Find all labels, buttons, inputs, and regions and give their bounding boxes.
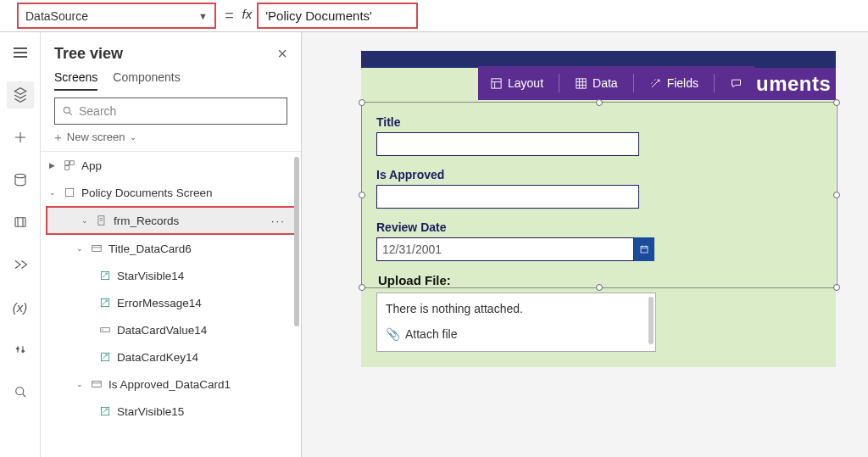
svg-rect-6 <box>65 161 70 165</box>
tree-view-icon[interactable] <box>7 81 34 109</box>
more-icon[interactable]: ··· <box>271 215 286 227</box>
tab-components[interactable]: Components <box>113 70 180 91</box>
variables-icon[interactable]: (x) <box>7 293 34 320</box>
attach-file-link[interactable]: 📎 Attach file <box>386 327 647 341</box>
collapse-icon[interactable]: ⌄ <box>76 380 85 388</box>
resize-handle[interactable] <box>359 192 365 198</box>
form-icon <box>95 214 108 227</box>
search-input[interactable]: Search <box>54 98 287 125</box>
tree-label: frm_Records <box>114 215 179 227</box>
attachment-empty-text: There is nothing attached. <box>386 302 647 315</box>
paperclip-icon: 📎 <box>386 327 400 341</box>
tree-body: ▶ App ⌄ Policy Documents Screen ⌄ frm_Re… <box>41 151 301 457</box>
tree-label: ErrorMessage14 <box>117 297 202 309</box>
input-icon <box>98 323 112 337</box>
tab-screens[interactable]: Screens <box>54 70 97 91</box>
expand-icon[interactable]: ▶ <box>49 161 58 170</box>
tree-item-screen[interactable]: ⌄ Policy Documents Screen <box>41 179 301 206</box>
resize-handle[interactable] <box>359 284 365 291</box>
close-icon[interactable]: × <box>277 44 287 64</box>
svg-rect-19 <box>576 78 586 87</box>
tree-view-panel: Tree view × Screens Components Search + … <box>41 32 302 457</box>
tree-item-approved-datacard[interactable]: ⌄ Is Approved_DataCard1 <box>41 371 301 398</box>
field-label-title: Title <box>376 115 821 129</box>
wand-icon <box>649 77 662 90</box>
approved-input[interactable] <box>376 185 639 209</box>
data-icon[interactable] <box>7 166 34 193</box>
collapse-icon[interactable]: ⌄ <box>76 244 85 253</box>
svg-rect-20 <box>641 247 648 254</box>
insert-icon[interactable] <box>7 124 34 151</box>
tree-label: StarVisible15 <box>117 405 184 418</box>
form-preview: Title Is Approved Review Date Upload Fil… <box>376 107 821 352</box>
tree-item-app[interactable]: ▶ App <box>41 152 301 179</box>
resize-handle[interactable] <box>833 284 840 291</box>
tree-item-frm-records[interactable]: ⌄ frm_Records ··· <box>46 206 296 235</box>
hamburger-icon[interactable] <box>7 39 34 66</box>
resize-handle[interactable] <box>596 99 603 106</box>
attachment-box[interactable]: There is nothing attached. 📎 Attach file <box>376 293 656 352</box>
equals-label: = <box>216 0 242 31</box>
svg-point-4 <box>15 387 23 395</box>
toolbar-data[interactable]: Data <box>575 76 618 90</box>
calendar-button[interactable] <box>634 237 654 261</box>
chat-icon <box>730 77 743 90</box>
form-property-toolbar: Layout Data Fields <box>478 66 754 100</box>
settings-icon[interactable] <box>7 336 34 363</box>
tree-label: Policy Documents Screen <box>81 187 213 199</box>
field-label-upload: Upload File: <box>378 273 821 287</box>
toolbar-data-label: Data <box>593 76 618 90</box>
title-input[interactable] <box>376 132 639 156</box>
tree-label: App <box>81 159 102 172</box>
svg-rect-7 <box>70 161 75 165</box>
new-screen-button[interactable]: + New screen ⌄ <box>41 125 301 151</box>
new-screen-label: New screen <box>67 131 125 143</box>
scrollbar[interactable] <box>648 297 654 344</box>
tree-item-title-datacard[interactable]: ⌄ Title_DataCard6 <box>41 235 301 262</box>
flows-icon[interactable] <box>7 251 34 278</box>
formula-bar: DataSource ▼ = fx 'Policy Documents' <box>0 0 868 32</box>
svg-rect-8 <box>65 166 70 170</box>
collapse-icon[interactable]: ⌄ <box>81 216 90 225</box>
review-date-input[interactable] <box>376 237 634 261</box>
tree-label: Is Approved_DataCard1 <box>108 378 231 391</box>
app-icon <box>63 159 76 172</box>
tree-item-starvisible14[interactable]: StarVisible14 <box>41 262 301 289</box>
attach-label: Attach file <box>405 327 457 341</box>
collapse-icon[interactable]: ⌄ <box>49 188 58 197</box>
search-placeholder: Search <box>79 104 116 118</box>
control-icon <box>98 404 112 418</box>
control-icon <box>98 350 112 364</box>
media-icon[interactable] <box>7 209 34 236</box>
resize-handle[interactable] <box>359 99 365 106</box>
tree-item-datacardkey14[interactable]: DataCardKey14 <box>41 343 301 371</box>
fx-label: fx <box>242 0 258 31</box>
control-icon <box>98 269 112 282</box>
tree-tabs: Screens Components <box>41 67 301 91</box>
svg-rect-11 <box>92 246 102 252</box>
toolbar-layout[interactable]: Layout <box>490 76 543 90</box>
svg-rect-9 <box>65 188 73 196</box>
svg-rect-16 <box>92 382 102 387</box>
formula-input[interactable]: 'Policy Documents' <box>257 3 418 29</box>
tree-item-starvisible15[interactable]: StarVisible15 <box>41 398 301 425</box>
divider <box>559 74 559 92</box>
control-icon <box>98 296 112 309</box>
svg-point-5 <box>64 107 70 113</box>
search-rail-icon[interactable] <box>7 378 34 405</box>
resize-handle[interactable] <box>833 99 840 106</box>
design-canvas[interactable]: Layout Data Fields uments <box>302 32 868 457</box>
tree-label: DataCardKey14 <box>117 351 198 364</box>
toolbar-ideas[interactable] <box>730 77 743 90</box>
tree-item-errormessage14[interactable]: ErrorMessage14 <box>41 289 301 316</box>
toolbar-fields[interactable]: Fields <box>649 76 698 90</box>
divider <box>633 74 634 92</box>
chevron-down-icon: ▼ <box>198 11 208 21</box>
svg-rect-12 <box>101 271 108 279</box>
property-dropdown[interactable]: DataSource ▼ <box>17 3 216 29</box>
resize-handle[interactable] <box>833 192 840 198</box>
svg-rect-1 <box>15 218 25 227</box>
svg-rect-17 <box>101 407 108 415</box>
scrollbar[interactable] <box>294 157 299 326</box>
tree-item-datacardvalue14[interactable]: DataCardValue14 <box>41 316 301 343</box>
